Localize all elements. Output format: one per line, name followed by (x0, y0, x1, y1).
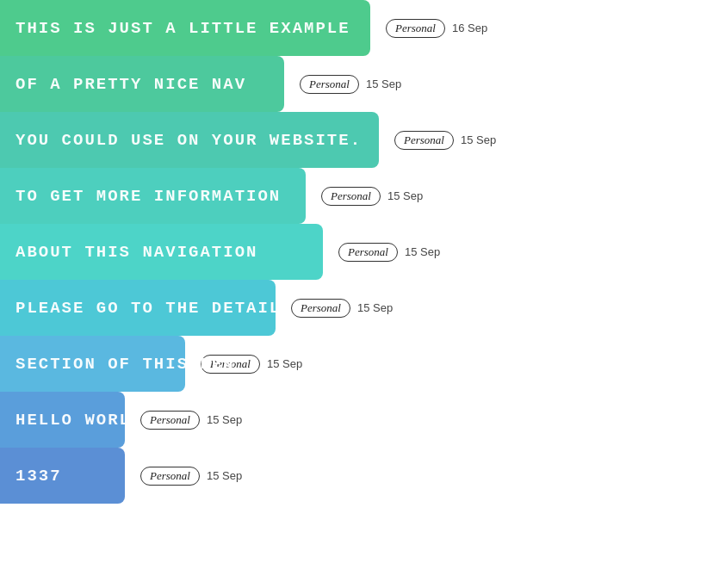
nav-item-7[interactable]: SECTION OF THIS PENPersonal15 Sep (0, 336, 719, 392)
nav-meta: Personal15 Sep (321, 187, 423, 206)
nav-item-3[interactable]: YOU COULD USE ON YOUR WEBSITE.Personal15… (0, 112, 719, 168)
personal-badge: Personal (394, 131, 454, 150)
date-label: 16 Sep (452, 22, 487, 34)
nav-meta: Personal15 Sep (394, 131, 496, 150)
nav-meta: Personal15 Sep (140, 467, 242, 486)
personal-badge: Personal (321, 187, 381, 206)
personal-badge: Personal (140, 411, 200, 430)
nav-label: SECTION OF THIS PEN (15, 355, 235, 374)
nav-label: YOU COULD USE ON YOUR WEBSITE. (15, 131, 362, 150)
nav-meta: Personal16 Sep (386, 19, 487, 38)
date-label: 15 Sep (267, 357, 302, 370)
nav-item-6[interactable]: PLEASE GO TO THE DETAILSPersonal15 Sep (0, 280, 719, 336)
nav-item-1[interactable]: THIS IS JUST A LITTLE EXAMPLEPersonal16 … (0, 0, 719, 56)
nav-label: 1337 (15, 467, 62, 486)
nav-meta: Personal15 Sep (338, 243, 440, 262)
nav-meta: Personal15 Sep (300, 75, 401, 94)
date-label: 15 Sep (207, 469, 242, 482)
date-label: 15 Sep (461, 133, 496, 146)
date-label: 15 Sep (366, 77, 401, 90)
nav-label: PLEASE GO TO THE DETAILS (15, 299, 293, 318)
personal-badge: Personal (291, 299, 350, 318)
nav-label: THIS IS JUST A LITTLE EXAMPLE (15, 19, 350, 38)
personal-badge: Personal (338, 243, 398, 262)
nav-label: ABOUT THIS NAVIGATION (15, 243, 257, 262)
nav-container: THIS IS JUST A LITTLE EXAMPLEPersonal16 … (0, 0, 719, 504)
nav-label: OF A PRETTY NICE NAV (15, 75, 246, 94)
personal-badge: Personal (300, 75, 359, 94)
nav-label: HELLO WORLD (15, 411, 142, 430)
date-label: 15 Sep (387, 189, 423, 202)
nav-meta: Personal15 Sep (291, 299, 393, 318)
nav-item-9[interactable]: 1337Personal15 Sep (0, 448, 719, 504)
nav-item-4[interactable]: TO GET MORE INFORMATIONPersonal15 Sep (0, 168, 719, 224)
personal-badge: Personal (386, 19, 445, 38)
nav-meta: Personal15 Sep (140, 411, 242, 430)
nav-item-5[interactable]: ABOUT THIS NAVIGATIONPersonal15 Sep (0, 224, 719, 280)
nav-item-8[interactable]: HELLO WORLDPersonal15 Sep (0, 392, 719, 448)
personal-badge: Personal (140, 467, 200, 486)
date-label: 15 Sep (207, 413, 242, 426)
date-label: 15 Sep (405, 245, 440, 258)
date-label: 15 Sep (357, 301, 393, 314)
nav-item-2[interactable]: OF A PRETTY NICE NAVPersonal15 Sep (0, 56, 719, 112)
nav-label: TO GET MORE INFORMATION (15, 187, 281, 206)
